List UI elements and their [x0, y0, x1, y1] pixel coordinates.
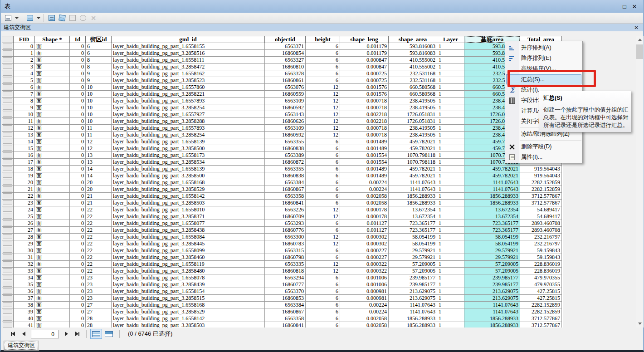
cell[interactable]: 0	[70, 50, 86, 57]
row-selector[interactable]	[2, 186, 14, 193]
row-selector[interactable]	[2, 206, 14, 213]
cell[interactable]: 0.001006	[340, 281, 389, 288]
cell[interactable]: 面	[35, 145, 70, 152]
cell[interactable]: 0.002058	[340, 193, 389, 200]
cell[interactable]: 0	[70, 138, 86, 145]
cell[interactable]: 1	[437, 288, 464, 295]
cell[interactable]: 28	[86, 322, 112, 328]
cell[interactable]: 6563293	[265, 220, 306, 227]
cell[interactable]: 1	[437, 179, 464, 186]
cell[interactable]: 面	[35, 43, 70, 50]
cell[interactable]: 1856.288933	[464, 322, 520, 328]
cell[interactable]: 0.000718	[340, 98, 389, 104]
cell[interactable]: 29	[14, 240, 35, 247]
cell[interactable]: 1856.288933	[464, 315, 520, 322]
cell[interactable]: 9	[86, 70, 112, 77]
cell[interactable]: 0	[70, 132, 86, 138]
cell[interactable]: 16860783	[265, 240, 306, 247]
cell[interactable]: 12	[306, 206, 340, 213]
cell[interactable]: 6563358	[265, 315, 306, 322]
cell[interactable]: 6	[306, 145, 340, 152]
cell[interactable]: 12	[306, 84, 340, 91]
cell[interactable]: 54.689417	[520, 213, 562, 220]
cell[interactable]: 面	[35, 247, 70, 254]
cell[interactable]: 7	[14, 91, 35, 98]
cell[interactable]: layer_baidu_building_pg_part_3.2858254	[112, 104, 265, 111]
cell[interactable]: layer_baidu_building_pg_part_3.2858371	[112, 213, 265, 220]
cell[interactable]: 6	[306, 274, 340, 281]
cell[interactable]: layer_baidu_building_pg_part_1.6558139	[112, 138, 265, 145]
cell[interactable]: 面	[35, 281, 70, 288]
cell[interactable]: 1	[437, 125, 464, 132]
cell[interactable]: 660.580568	[389, 91, 437, 98]
vertical-scrollbar[interactable]	[636, 36, 644, 328]
select-by-attributes-icon[interactable]	[47, 14, 56, 23]
cell[interactable]: 1	[437, 274, 464, 281]
cell[interactable]: 12	[306, 125, 340, 132]
cell[interactable]: 6	[306, 200, 340, 206]
cell[interactable]: layer_baidu_building_pg_part_3.2858503	[112, 200, 265, 206]
cell[interactable]: layer_baidu_building_pg_part_1.6558173	[112, 152, 265, 159]
cell[interactable]: 58.054199	[464, 234, 520, 240]
cell[interactable]: layer_baidu_building_pg_part_3.2858439	[112, 281, 265, 288]
cell[interactable]: 593.816083	[389, 43, 437, 50]
cell[interactable]: layer_baidu_building_pg_part_3.2858288	[112, 118, 265, 125]
cell[interactable]: 6	[306, 57, 340, 64]
cell[interactable]: 1	[437, 132, 464, 138]
cell[interactable]: 12	[306, 261, 340, 268]
row-selector[interactable]	[2, 274, 14, 281]
cell[interactable]: 面	[35, 186, 70, 193]
row-selector[interactable]	[2, 70, 14, 77]
cell[interactable]: 58.054199	[464, 240, 520, 247]
cell[interactable]: 0	[70, 145, 86, 152]
cell[interactable]: 12	[306, 111, 340, 118]
cell[interactable]: 6563378	[265, 70, 306, 77]
cell[interactable]: 1	[437, 186, 464, 193]
cell[interactable]: 459.782021	[464, 166, 520, 172]
cell[interactable]: 0.001489	[340, 145, 389, 152]
cell[interactable]: 0.002058	[340, 315, 389, 322]
menu-item-sort-descending[interactable]: 降序排列(E)	[505, 53, 582, 64]
cell[interactable]: 0	[70, 281, 86, 288]
cell[interactable]: 1	[437, 193, 464, 200]
cell[interactable]: 6	[306, 152, 340, 159]
cell[interactable]: 0.001576	[340, 91, 389, 98]
related-tables-icon[interactable]	[25, 14, 34, 23]
cell[interactable]: layer_baidu_building_pg_part_3.2858500	[112, 145, 265, 152]
cell[interactable]: 6	[306, 159, 340, 166]
cell[interactable]: 33	[14, 268, 35, 274]
cell[interactable]: 0	[70, 125, 86, 132]
cell[interactable]: 面	[35, 213, 70, 220]
cell[interactable]: 1	[437, 64, 464, 70]
cell[interactable]: layer_baidu_building_pg_part_1.6558155	[112, 43, 265, 50]
cell[interactable]: 1141.07643	[389, 302, 437, 308]
row-selector[interactable]	[2, 193, 14, 200]
cell[interactable]: 22	[86, 268, 112, 274]
cell[interactable]: layer_baidu_building_pg_part_1.6558084	[112, 234, 265, 240]
cell[interactable]: layer_baidu_building_pg_part_3.2858529	[112, 186, 265, 193]
cell[interactable]: 12	[306, 234, 340, 240]
cell[interactable]: 16860838	[265, 172, 306, 179]
cell[interactable]: 0.00224	[340, 308, 389, 315]
cell[interactable]: 面	[35, 234, 70, 240]
cell[interactable]: 16860810	[265, 64, 306, 70]
cell[interactable]: 1856.288933	[464, 200, 520, 206]
cell[interactable]: 面	[35, 193, 70, 200]
cell[interactable]: 228.836019	[520, 268, 562, 274]
cell[interactable]: 23	[86, 288, 112, 295]
row-selector[interactable]	[2, 125, 14, 132]
cell[interactable]: 0.001179	[340, 43, 389, 50]
cell[interactable]: 6	[306, 77, 340, 84]
cell[interactable]: 18	[14, 166, 35, 172]
cell[interactable]: 0.000718	[340, 125, 389, 132]
cell[interactable]: layer_baidu_building_pg_part_1.6557893	[112, 98, 265, 104]
cell[interactable]: 0.000718	[340, 104, 389, 111]
cell[interactable]: 0.000847	[340, 57, 389, 64]
cell[interactable]: 12	[306, 268, 340, 274]
cell[interactable]: 58.054199	[389, 234, 437, 240]
cell[interactable]: 1	[437, 98, 464, 104]
cell[interactable]: 16860872	[265, 159, 306, 166]
cell[interactable]: layer_baidu_building_pg_part_3.2858515	[112, 295, 265, 302]
cell[interactable]: 21	[86, 193, 112, 200]
cell[interactable]: 16860867	[265, 308, 306, 315]
